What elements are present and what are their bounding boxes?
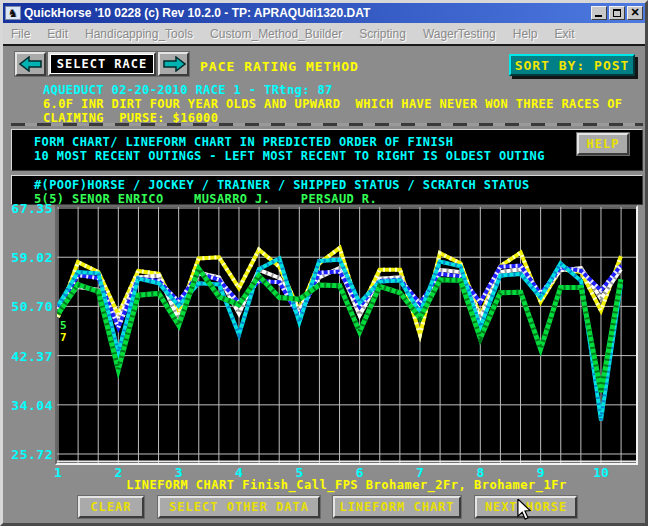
chart-svg: 57 — [57, 207, 636, 463]
y-tick-label: 59.02 — [11, 250, 53, 265]
menu-file[interactable]: File — [11, 27, 30, 41]
minimize-button[interactable] — [591, 6, 607, 20]
start-marker-7: 7 — [60, 331, 67, 344]
close-icon: ✕ — [628, 6, 642, 19]
section-divider — [11, 123, 643, 126]
form-chart-title: FORM CHART/ LINEFORM CHART IN PREDICTED … — [34, 135, 642, 149]
x-axis-labels: 12345678910 — [3, 465, 648, 478]
maximize-icon — [613, 9, 621, 17]
menu-bar: File Edit Handicapping_Tools Custom_Meth… — [3, 23, 645, 44]
menu-wagertesting[interactable]: WagerTesting — [423, 27, 496, 41]
horse-row[interactable]: 5(5) SENOR ENRICO MUSARRO J. PERSAUD R. — [34, 192, 642, 206]
menu-scripting[interactable]: Scripting — [359, 27, 406, 41]
y-axis-labels: 67.3559.0250.7042.3734.0425.72 — [7, 207, 53, 463]
y-tick-label: 50.70 — [11, 299, 53, 314]
sort-by-post-button[interactable]: SORT BY: POST — [509, 54, 635, 76]
previous-race-button[interactable] — [15, 52, 46, 76]
next-race-button[interactable] — [158, 52, 189, 76]
horse-columns-header: #(POOF)HORSE / JOCKEY / TRAINER / SHIPPE… — [34, 178, 642, 192]
menu-edit[interactable]: Edit — [47, 27, 68, 41]
menu-help[interactable]: Help — [513, 27, 538, 41]
y-tick-label: 25.72 — [11, 447, 53, 462]
select-race-button[interactable]: SELECT RACE — [48, 52, 156, 76]
pace-rating-method-label: PACE RATING METHOD — [200, 59, 359, 74]
title-bar[interactable]: ♞ QuickHorse '10 0228 (c) Rev 10.2.0 - T… — [3, 3, 645, 23]
close-button[interactable]: ✕ — [627, 6, 643, 20]
clear-button[interactable]: CLEAR — [78, 496, 144, 518]
select-other-data-button[interactable]: SELECT OTHER DATA — [158, 496, 320, 518]
mouse-cursor-icon — [516, 499, 532, 521]
minimize-icon — [595, 15, 602, 17]
form-chart-panel: FORM CHART/ LINEFORM CHART IN PREDICTED … — [11, 129, 643, 171]
y-tick-label: 34.04 — [11, 398, 53, 413]
select-race-label: SELECT RACE — [50, 54, 154, 74]
help-button[interactable]: HELP — [577, 133, 629, 155]
race-header-line: AQUEDUCT 02-20-2010 RACE 1 - TRtng: 87 — [43, 83, 333, 97]
chart-caption: LINEFORM CHART Finish_Call_FPS Brohamer_… — [57, 478, 636, 492]
right-arrow-icon — [162, 56, 186, 72]
maximize-button[interactable] — [609, 6, 625, 20]
lineform-chart-plot[interactable]: 57 — [57, 207, 636, 463]
menu-exit[interactable]: Exit — [554, 27, 574, 41]
horse-info-panel: #(POOF)HORSE / JOCKEY / TRAINER / SHIPPE… — [11, 175, 643, 205]
form-chart-subtitle: 10 MOST RECENT OUTINGS - LEFT MOST RECEN… — [34, 149, 642, 163]
lineform-chart-button[interactable]: LINEFORM CHART — [333, 496, 461, 518]
left-arrow-icon — [19, 56, 43, 72]
menu-custom-method-builder[interactable]: Custom_Method_Builder — [210, 27, 342, 41]
window-title: QuickHorse '10 0228 (c) Rev 10.2.0 - TP:… — [24, 6, 589, 20]
horse-icon: ♞ — [5, 6, 21, 20]
race-conditions-line1: 6.0F INR DIRT FOUR YEAR OLDS AND UPWARD … — [43, 97, 622, 111]
y-tick-label: 67.35 — [11, 201, 53, 216]
menu-handicapping-tools[interactable]: Handicapping_Tools — [85, 27, 193, 41]
y-tick-label: 42.37 — [11, 349, 53, 364]
menu-divider — [3, 44, 645, 46]
app-window: ♞ QuickHorse '10 0228 (c) Rev 10.2.0 - T… — [0, 0, 648, 526]
